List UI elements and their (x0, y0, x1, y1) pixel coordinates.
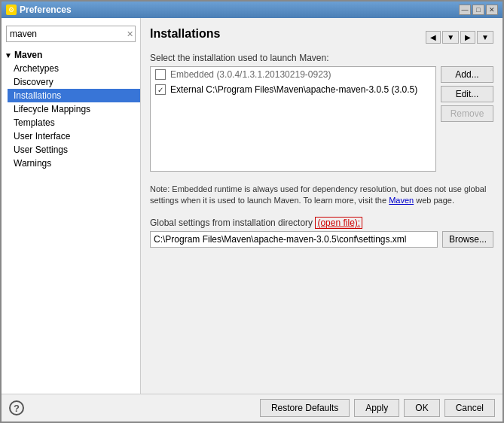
maximize-button[interactable]: □ (472, 5, 484, 15)
help-icon[interactable]: ? (9, 400, 24, 415)
sidebar-item-label: Warnings (14, 158, 51, 169)
maven-link[interactable]: Maven (389, 196, 414, 205)
sidebar-item-label: Templates (14, 117, 55, 128)
sidebar-item-label: Installations (14, 90, 61, 101)
close-button[interactable]: ✕ (486, 5, 498, 15)
sidebar-item-label: Discovery (14, 77, 53, 87)
window-controls: — □ ✕ (459, 5, 498, 15)
install-checkbox-embedded[interactable] (155, 69, 166, 80)
sidebar-item-discovery[interactable]: Discovery (8, 75, 140, 89)
sidebar-item-templates[interactable]: Templates (8, 116, 140, 129)
select-label: Select the installation used to launch M… (150, 53, 493, 63)
window-icon: ⚙ (6, 5, 17, 15)
remove-button[interactable]: Remove (441, 105, 493, 122)
panel-title: Installations (150, 27, 220, 41)
browse-button[interactable]: Browse... (442, 231, 493, 248)
install-checkbox-external[interactable]: ✓ (155, 84, 166, 95)
list-container: Embedded (3.0.4/1.3.1.20130219-0923) ✓ E… (150, 66, 436, 178)
sidebar-item-warnings[interactable]: Warnings (8, 157, 140, 170)
sidebar-item-label: User Interface (14, 131, 70, 142)
tree-root-label: Maven (14, 50, 42, 60)
title-bar: ⚙ Preferences — □ ✕ (2, 2, 502, 18)
header-nav: ◀ ▼ ▶ ▼ (426, 31, 493, 44)
nav-dropdown-button[interactable]: ▼ (442, 31, 459, 44)
search-clear-icon[interactable]: ✕ (127, 29, 133, 39)
tree-root-maven[interactable]: ▼ Maven (2, 48, 140, 62)
global-settings-section: Global settings from installation direct… (150, 218, 493, 248)
list-with-buttons: Embedded (3.0.4/1.3.1.20130219-0923) ✓ E… (150, 66, 493, 178)
sidebar-item-user-settings[interactable]: User Settings (8, 143, 140, 157)
installation-item-external[interactable]: ✓ External C:\Program Files\Maven\apache… (151, 82, 435, 97)
search-input[interactable] (6, 26, 136, 42)
install-label-embedded: Embedded (3.0.4/1.3.1.20130219-0923) (170, 69, 331, 80)
sidebar-item-archetypes[interactable]: Archetypes (8, 62, 140, 75)
cancel-button[interactable]: Cancel (444, 399, 495, 417)
open-file-link[interactable]: (open file): (315, 217, 362, 229)
edit-button[interactable]: Edit... (441, 86, 493, 102)
installation-item-embedded[interactable]: Embedded (3.0.4/1.3.1.20130219-0923) (151, 67, 435, 82)
search-box: ✕ (6, 26, 136, 42)
sidebar-item-label: User Settings (14, 145, 68, 155)
sidebar-item-label: Lifecycle Mappings (14, 104, 90, 114)
settings-row: Browse... (150, 231, 493, 248)
ok-button[interactable]: OK (404, 399, 439, 417)
sidebar-item-user-interface[interactable]: User Interface (8, 129, 140, 143)
sidebar-item-lifecycle[interactable]: Lifecycle Mappings (8, 102, 140, 116)
nav-back-button[interactable]: ◀ (426, 31, 441, 44)
sidebar: ✕ ▼ Maven Archetypes Discovery Installat… (2, 18, 141, 394)
preferences-window: ⚙ Preferences — □ ✕ ✕ ▼ Maven Archetypes (0, 0, 504, 423)
apply-button[interactable]: Apply (354, 399, 399, 417)
main-header-row: Installations ◀ ▼ ▶ ▼ (150, 27, 493, 47)
tree-children: Archetypes Discovery Installations Lifec… (2, 62, 140, 170)
note-text: Note: Embedded runtime is always used fo… (150, 184, 493, 207)
global-settings-input[interactable] (150, 231, 438, 248)
content-area: ✕ ▼ Maven Archetypes Discovery Installat… (2, 18, 502, 394)
nav-dropdown2-button[interactable]: ▼ (477, 31, 493, 44)
install-label-external: External C:\Program Files\Maven\apache-m… (170, 84, 417, 95)
sidebar-item-installations[interactable]: Installations (8, 89, 140, 102)
window-title: Preferences (20, 5, 72, 15)
installations-list: Embedded (3.0.4/1.3.1.20130219-0923) ✓ E… (150, 66, 436, 172)
sidebar-item-label: Archetypes (14, 63, 59, 74)
bottom-right: Restore Defaults Apply OK Cancel (260, 399, 495, 417)
expand-icon: ▼ (5, 51, 12, 59)
nav-forward-button[interactable]: ▶ (460, 31, 475, 44)
add-button[interactable]: Add... (441, 66, 493, 83)
minimize-button[interactable]: — (459, 5, 471, 15)
restore-defaults-button[interactable]: Restore Defaults (260, 399, 350, 417)
main-panel: Installations ◀ ▼ ▶ ▼ Select the install… (141, 18, 502, 394)
bottom-bar: ? Restore Defaults Apply OK Cancel (2, 394, 502, 421)
global-label: Global settings from installation direct… (150, 218, 493, 228)
side-buttons: Add... Edit... Remove (441, 66, 493, 178)
